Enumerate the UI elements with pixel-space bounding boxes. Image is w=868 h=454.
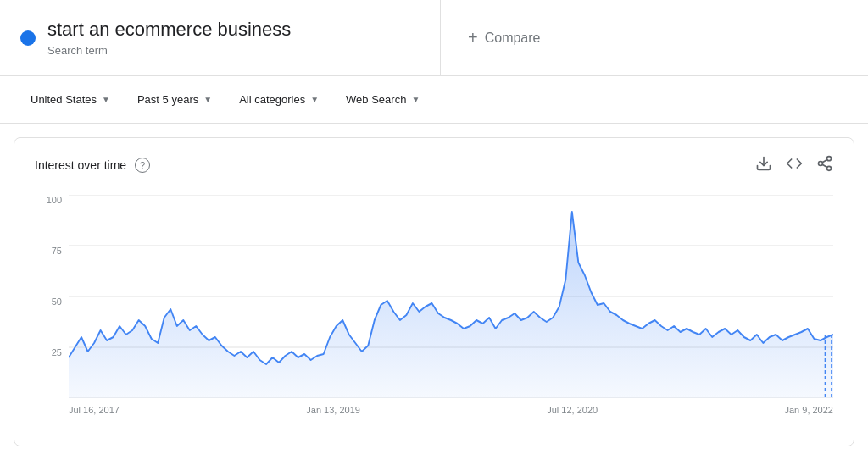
trend-chart — [69, 195, 833, 398]
y-label-25: 25 — [52, 347, 62, 357]
category-filter[interactable]: All categories ▼ — [229, 86, 329, 113]
chevron-down-icon: ▼ — [310, 95, 319, 104]
share-icon[interactable] — [816, 155, 833, 174]
chevron-down-icon: ▼ — [102, 95, 110, 104]
chevron-down-icon: ▼ — [203, 95, 212, 104]
chart-area — [69, 195, 833, 398]
time-range-filter[interactable]: Past 5 years ▼ — [127, 86, 222, 113]
x-axis: Jul 16, 2017 Jan 13, 2019 Jul 12, 2020 J… — [69, 398, 833, 432]
compare-section: + Compare — [441, 0, 868, 75]
chart-title: Interest over time — [35, 158, 126, 172]
chart-actions — [755, 155, 833, 174]
search-term-section: start an ecommerce business Search term — [0, 0, 441, 75]
chart-section: Interest over time ? — [14, 137, 854, 446]
top-bar: start an ecommerce business Search term … — [0, 0, 868, 76]
svg-line-4 — [822, 164, 827, 167]
blue-dot — [20, 30, 36, 46]
chart-title-area: Interest over time ? — [35, 158, 150, 173]
y-label-100: 100 — [47, 195, 62, 205]
compare-button[interactable]: + Compare — [468, 28, 541, 47]
search-type-label: Web Search — [346, 93, 406, 106]
y-axis: 100 75 50 25 — [35, 195, 69, 398]
help-icon[interactable]: ? — [135, 158, 150, 173]
time-range-label: Past 5 years — [137, 93, 198, 106]
chart-header: Interest over time ? — [35, 155, 833, 174]
category-label: All categories — [239, 93, 305, 106]
chart-container: 100 75 50 25 — [35, 195, 833, 432]
compare-label: Compare — [485, 30, 541, 46]
search-term-label: start an ecommerce business — [47, 19, 291, 41]
search-type-filter[interactable]: Web Search ▼ — [336, 86, 430, 113]
x-label-2020: Jul 12, 2020 — [547, 405, 598, 415]
y-label-50: 50 — [52, 296, 62, 307]
x-label-2019: Jan 13, 2019 — [306, 405, 360, 415]
y-label-75: 75 — [52, 246, 62, 256]
filters-bar: United States ▼ Past 5 years ▼ All categ… — [0, 76, 868, 124]
x-label-2017: Jul 16, 2017 — [69, 405, 120, 415]
region-label: United States — [31, 93, 97, 106]
chevron-down-icon: ▼ — [411, 95, 420, 104]
plus-icon: + — [468, 28, 478, 47]
region-filter[interactable]: United States ▼ — [20, 86, 120, 113]
download-icon[interactable] — [755, 155, 772, 174]
x-label-2022: Jan 9, 2022 — [784, 405, 833, 415]
search-term-sublabel: Search term — [47, 44, 291, 57]
embed-icon[interactable] — [786, 155, 803, 174]
svg-line-5 — [822, 159, 827, 162]
